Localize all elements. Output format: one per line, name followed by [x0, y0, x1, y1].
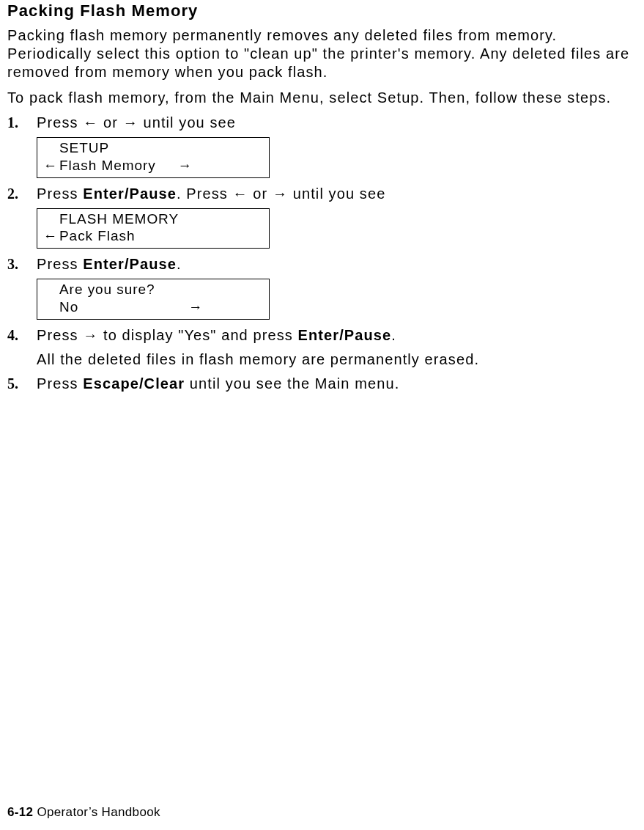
step-5: Press Escape/Clear until you see the Mai… — [7, 375, 637, 392]
enter-pause-key: Enter/Pause — [298, 327, 392, 343]
step-2-text-pre: Press — [37, 186, 83, 202]
lcd3-line2: No — [59, 298, 78, 316]
intro-paragraph-1: Packing flash memory permanently removes… — [7, 26, 637, 81]
enter-pause-key: Enter/Pause — [83, 186, 177, 202]
right-arrow-icon: → — [123, 114, 138, 131]
right-arrow-icon: → — [273, 186, 288, 202]
step-4-text-pre: Press — [37, 327, 83, 343]
page: Packing Flash Memory Packing flash memor… — [0, 1, 644, 830]
step-1-text-post: until you see — [138, 114, 236, 131]
step-2-after-enter: . Press — [177, 186, 233, 202]
right-arrow-icon: → — [178, 157, 193, 175]
lcd1-line1: SETUP — [59, 139, 109, 157]
lcd2-line1: FLASH MEMORY — [59, 210, 179, 228]
page-footer: 6-12 Operator’s Handbook — [7, 805, 160, 820]
step-3-text-pre: Press — [37, 256, 83, 272]
lcd3-line1: Are you sure? — [59, 281, 155, 298]
lcd-display-2: FLASH MEMORY ← Pack Flash — [37, 208, 270, 249]
left-arrow-icon: ← — [43, 227, 59, 245]
steps-list: Press ← or → until you see SETUP ← Flash… — [7, 114, 637, 392]
step-4-text-mid: to display "Yes" and press — [98, 327, 297, 343]
step-1-text-pre: Press — [37, 114, 83, 131]
step-1: Press ← or → until you see SETUP ← Flash… — [7, 114, 637, 178]
step-2-text-mid: or — [248, 186, 273, 202]
left-arrow-icon: ← — [83, 114, 98, 131]
intro-paragraph-2: To pack flash memory, from the Main Menu… — [7, 89, 637, 107]
step-5-text-post: until you see the Main menu. — [185, 375, 399, 392]
step-4: Press → to display "Yes" and press Enter… — [7, 327, 637, 368]
step-2-text-post: until you see — [288, 186, 385, 202]
left-arrow-icon: ← — [43, 157, 59, 175]
step-1-text-mid: or — [98, 114, 122, 131]
page-number: 6-12 — [7, 805, 33, 819]
lcd-display-3: Are you sure? No → — [37, 279, 270, 320]
lcd1-line2: Flash Memory — [59, 157, 156, 175]
lcd2-line2: Pack Flash — [59, 227, 135, 245]
right-arrow-icon: → — [83, 327, 98, 343]
step-4-substep: All the deleted files in flash memory ar… — [37, 351, 637, 368]
step-3-text-post: . — [177, 256, 182, 272]
left-arrow-icon: ← — [233, 186, 248, 202]
book-title: Operator’s Handbook — [33, 805, 160, 819]
enter-pause-key: Enter/Pause — [83, 256, 177, 272]
step-5-text-pre: Press — [37, 375, 83, 392]
right-arrow-icon: → — [188, 298, 203, 316]
step-3: Press Enter/Pause. Are you sure? No → — [7, 256, 637, 320]
step-4-text-post: . — [391, 327, 396, 343]
section-title: Packing Flash Memory — [7, 1, 637, 21]
escape-clear-key: Escape/Clear — [83, 375, 185, 392]
step-2: Press Enter/Pause. Press ← or → until yo… — [7, 186, 637, 249]
lcd-display-1: SETUP ← Flash Memory → — [37, 137, 270, 178]
